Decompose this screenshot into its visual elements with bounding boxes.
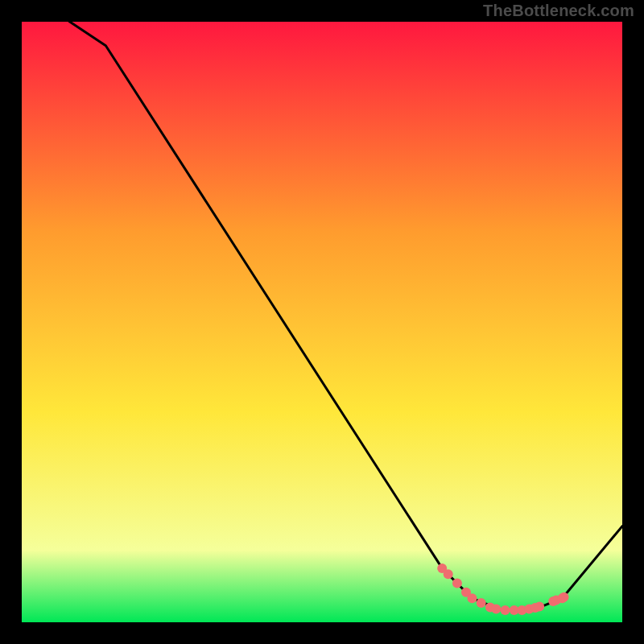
watermark-text: TheBottleneck.com [483,2,634,20]
curve-marker [444,569,453,579]
curve-marker [559,592,569,602]
curve-marker [535,602,544,612]
curve-marker [501,605,510,615]
curve-marker [491,605,501,614]
curve-marker [477,598,486,608]
curve-marker [452,579,462,588]
curve-marker [468,593,477,603]
gradient-background [22,22,622,622]
chart-svg [22,22,622,622]
chart-stage: TheBottleneck.com [0,0,644,644]
plot-area [22,22,622,622]
